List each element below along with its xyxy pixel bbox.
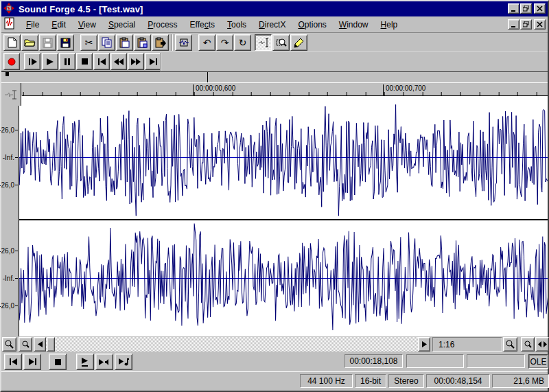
overview-view-marker[interactable]	[5, 72, 9, 76]
minimize-button[interactable]	[508, 3, 519, 14]
menu-process[interactable]: Process	[141, 18, 183, 32]
menu-window[interactable]: Window	[333, 18, 375, 32]
save-as-button[interactable]	[57, 34, 74, 51]
zoom-level-button[interactable]	[521, 337, 535, 351]
menu-directx[interactable]: DirectX	[253, 18, 292, 32]
level-tick	[15, 157, 18, 158]
scrollbar-thumb[interactable]	[47, 337, 55, 351]
record-button[interactable]	[3, 53, 20, 70]
sample-rate-field[interactable]: 44 100 Hz	[300, 374, 353, 388]
playbar-stop-button[interactable]	[49, 354, 67, 370]
play-device-button[interactable]	[115, 354, 132, 370]
scroll-right-arrow[interactable]	[418, 337, 430, 351]
app-window: Sound Forge 4.5 - [Test.wav] File Edit V…	[0, 0, 549, 392]
transport-separator	[160, 53, 161, 71]
zoom-scroll-bar: 1:16	[1, 336, 548, 352]
selection-end-display	[467, 354, 525, 368]
level-tick	[15, 185, 18, 185]
level-tick	[15, 251, 18, 251]
playbar: 00:00:18,108 OLE	[1, 352, 548, 371]
paste-button[interactable]	[116, 34, 133, 51]
toolbar-separator	[172, 34, 173, 51]
maximize-width-button[interactable]	[535, 337, 549, 351]
level-label: -26,0	[0, 181, 14, 189]
playbar-go-to-end-button[interactable]	[23, 354, 41, 370]
playbar-go-to-start-button[interactable]	[4, 354, 22, 370]
scrollbar-track[interactable]	[46, 337, 418, 351]
zoom-out-time-button[interactable]	[2, 337, 16, 351]
waveform-channel-right[interactable]	[19, 220, 548, 336]
repeat-button[interactable]: ↻	[234, 34, 251, 51]
cursor-position-display[interactable]: 00:00:18,108	[344, 354, 403, 368]
menu-bar: File Edit View Special Process Effects T…	[1, 16, 548, 33]
play-all-button[interactable]	[24, 53, 40, 70]
standard-toolbar: ✂ ↶ ↷ ↻	[1, 33, 548, 52]
pencil-tool-button[interactable]	[290, 34, 307, 51]
menu-options[interactable]: Options	[292, 18, 332, 32]
zoom-ratio-button[interactable]	[503, 337, 517, 351]
window-title: Sound Forge 4.5 - [Test.wav]	[19, 4, 143, 14]
overview-cursor	[207, 72, 208, 82]
menu-tools[interactable]: Tools	[221, 18, 253, 32]
title-bar[interactable]: Sound Forge 4.5 - [Test.wav]	[1, 1, 548, 16]
cursor-position-value: 00:00:18,108	[349, 356, 397, 366]
transport-toolbar	[1, 52, 548, 71]
waveform-display: -26,0 -Inf. -26,0 -26,0 -Inf. -26,0	[1, 96, 548, 336]
cut-button[interactable]: ✂	[80, 34, 97, 51]
waveform-channel-left[interactable]	[19, 96, 548, 219]
document-icon[interactable]	[3, 17, 16, 32]
play-plug-in-button[interactable]	[95, 354, 113, 370]
selection-start-display	[406, 354, 464, 368]
overview-bar[interactable]	[1, 71, 548, 83]
paste-special-button[interactable]	[134, 34, 151, 51]
level-label: -26,0	[0, 302, 14, 310]
close-button[interactable]	[534, 3, 546, 14]
copy-button[interactable]	[98, 34, 115, 51]
waveform-panel[interactable]	[19, 96, 548, 336]
current-tool-indicator[interactable]	[1, 83, 21, 106]
level-label: -Inf.	[0, 275, 14, 282]
menu-special[interactable]: Special	[102, 18, 141, 32]
go-to-end-button[interactable]	[145, 53, 161, 70]
new-button[interactable]	[3, 34, 21, 51]
bit-depth-field[interactable]: 16-bit	[355, 374, 386, 388]
child-restore-button[interactable]	[520, 19, 532, 30]
level-ruler[interactable]: -26,0 -Inf. -26,0 -26,0 -Inf. -26,0	[1, 96, 19, 336]
zoom-ratio-display[interactable]: 1:16	[432, 337, 502, 351]
menu-file[interactable]: File	[20, 18, 45, 32]
trim-crop-button[interactable]	[175, 34, 192, 51]
level-label: -26,0	[0, 126, 14, 134]
magnify-tool-button[interactable]	[272, 34, 290, 51]
edit-tool-button[interactable]	[255, 34, 272, 51]
time-ruler[interactable]: 00:00:00,600 00:00:00,700	[22, 83, 548, 96]
time-ruler-ticks	[22, 92, 548, 95]
play-button[interactable]	[42, 53, 58, 70]
pause-button[interactable]	[59, 53, 75, 70]
child-minimize-button[interactable]	[508, 19, 519, 30]
level-label: -Inf.	[0, 154, 14, 161]
menu-view[interactable]: View	[72, 18, 102, 32]
paste-mix-button[interactable]	[152, 34, 169, 51]
zoom-in-time-button[interactable]	[19, 337, 32, 351]
undo-button[interactable]: ↶	[198, 34, 215, 51]
menu-edit[interactable]: Edit	[45, 18, 72, 32]
play-normal-button[interactable]	[76, 354, 94, 370]
child-close-button[interactable]	[534, 19, 546, 30]
file-length-field: 00:00:48,154	[426, 374, 490, 388]
scroll-left-arrow[interactable]	[34, 337, 46, 351]
ole-drag-source[interactable]: OLE	[528, 354, 548, 369]
redo-button[interactable]: ↷	[216, 34, 233, 51]
rewind-button[interactable]	[110, 53, 127, 70]
go-to-start-button[interactable]	[93, 53, 110, 70]
save-button[interactable]	[39, 34, 56, 51]
menu-help[interactable]: Help	[375, 18, 404, 32]
forward-button[interactable]	[128, 53, 144, 70]
level-label: -26,0	[0, 247, 14, 255]
channels-field[interactable]: Stereo	[388, 374, 424, 388]
stop-button[interactable]	[76, 53, 93, 70]
level-tick	[15, 130, 18, 130]
status-bar: 44 100 Hz 16-bit Stereo 00:00:48,154 21,…	[1, 371, 548, 391]
menu-effects[interactable]: Effects	[184, 18, 221, 32]
open-button[interactable]	[21, 34, 38, 51]
restore-button[interactable]	[520, 3, 532, 14]
